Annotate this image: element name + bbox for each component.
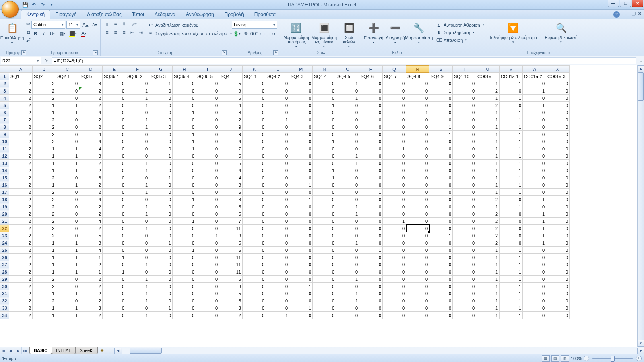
cell[interactable]: 0 bbox=[313, 109, 336, 116]
cell[interactable]: 2 bbox=[9, 131, 33, 138]
cell[interactable]: 0 bbox=[383, 261, 406, 268]
cell[interactable]: 2 bbox=[33, 80, 56, 87]
cell[interactable]: 0 bbox=[453, 254, 476, 261]
cell[interactable]: 0 bbox=[289, 123, 313, 131]
cell[interactable]: 0 bbox=[173, 210, 196, 218]
cell[interactable]: 0 bbox=[243, 152, 266, 160]
cell[interactable]: 1 bbox=[500, 261, 523, 268]
cell[interactable]: 0 bbox=[359, 95, 383, 102]
cell[interactable]: SQ2-1 bbox=[56, 73, 79, 80]
cell[interactable]: 0 bbox=[266, 261, 289, 268]
cell[interactable]: 0 bbox=[429, 174, 453, 181]
cell[interactable]: 0 bbox=[196, 312, 219, 319]
cell[interactable]: 1 bbox=[500, 160, 523, 167]
cell[interactable]: 0 bbox=[196, 290, 219, 297]
cell[interactable]: 0 bbox=[173, 239, 196, 247]
scroll-thumb[interactable] bbox=[638, 72, 644, 101]
fill-button[interactable]: ⬇Συμπλήρωση▾ bbox=[436, 29, 484, 36]
cell[interactable]: 0 bbox=[149, 181, 173, 189]
cell[interactable]: 0 bbox=[383, 80, 406, 87]
cell[interactable]: 0 bbox=[289, 225, 313, 232]
cell[interactable]: 0 bbox=[103, 160, 126, 167]
cell[interactable]: 0 bbox=[103, 174, 126, 181]
cell[interactable]: 0 bbox=[359, 290, 383, 297]
cell[interactable]: 1 bbox=[500, 152, 523, 160]
ribbon-tab-1[interactable]: Εισαγωγή bbox=[50, 10, 82, 19]
cell[interactable]: 0 bbox=[266, 160, 289, 167]
cell[interactable]: 1 bbox=[476, 261, 500, 268]
cell[interactable]: 0 bbox=[429, 247, 453, 254]
cell[interactable]: 0 bbox=[359, 261, 383, 268]
cell[interactable]: 0 bbox=[196, 218, 219, 225]
cell[interactable]: 0 bbox=[406, 247, 429, 254]
cell[interactable]: 0 bbox=[103, 181, 126, 189]
cell[interactable]: 0 bbox=[266, 297, 289, 304]
cell[interactable]: 0 bbox=[429, 239, 453, 247]
cell[interactable]: 0 bbox=[126, 109, 149, 116]
find-select-button[interactable]: 🔍Εύρεση & επιλογή▾ bbox=[542, 21, 580, 45]
cell[interactable]: 1 bbox=[149, 174, 173, 181]
cell[interactable]: 0 bbox=[289, 167, 313, 174]
cell[interactable]: 1 bbox=[149, 304, 173, 312]
cell[interactable]: 5 bbox=[219, 290, 243, 297]
cell[interactable]: 1 bbox=[336, 95, 359, 102]
ribbon-tab-5[interactable]: Αναθεώρηση bbox=[181, 10, 219, 19]
col-header[interactable]: I bbox=[196, 66, 219, 73]
cell[interactable]: 0 bbox=[429, 268, 453, 276]
cell[interactable]: 0 bbox=[546, 283, 570, 290]
cell[interactable]: 0 bbox=[406, 304, 429, 312]
cell[interactable]: 2 bbox=[79, 283, 103, 290]
col-header[interactable]: T bbox=[453, 66, 476, 73]
cell[interactable]: 0 bbox=[546, 138, 570, 145]
cell[interactable]: SQ4-10 bbox=[453, 73, 476, 80]
cell[interactable]: 5 bbox=[219, 95, 243, 102]
cell[interactable]: 0 bbox=[103, 123, 126, 131]
row-header[interactable]: 5 bbox=[0, 102, 9, 109]
cell[interactable]: 0 bbox=[149, 283, 173, 290]
cell[interactable]: 0 bbox=[453, 304, 476, 312]
cell[interactable]: 0 bbox=[173, 189, 196, 196]
cell[interactable]: 0 bbox=[500, 239, 523, 247]
cell[interactable]: 0 bbox=[173, 225, 196, 232]
cell[interactable]: 0 bbox=[500, 232, 523, 239]
spreadsheet-grid[interactable]: ABCDEFGHIJKLMNOPQRSTUVWX1SQ1SQ2SQ2-1SQ3b… bbox=[0, 65, 570, 319]
cell[interactable]: 1 bbox=[126, 225, 149, 232]
cell[interactable]: 0 bbox=[406, 210, 429, 218]
cell[interactable]: 1 bbox=[289, 181, 313, 189]
cell[interactable]: 0 bbox=[56, 95, 79, 102]
cell[interactable]: 0 bbox=[429, 203, 453, 210]
cell[interactable]: 0 bbox=[243, 102, 266, 109]
cell[interactable]: 0 bbox=[336, 254, 359, 261]
cell[interactable]: 0 bbox=[359, 145, 383, 152]
row-header[interactable]: 30 bbox=[0, 283, 9, 290]
cell[interactable]: 0 bbox=[406, 145, 429, 152]
cell[interactable]: 0 bbox=[243, 196, 266, 203]
cell[interactable]: 0 bbox=[453, 189, 476, 196]
cell[interactable]: 2 bbox=[9, 232, 33, 239]
cell[interactable]: 2 bbox=[33, 276, 56, 283]
cell[interactable]: SQ3b-1 bbox=[103, 73, 126, 80]
cell-styles-button[interactable]: 🔲Στυλ κελιών▾ bbox=[339, 21, 359, 49]
minimize-button[interactable]: — bbox=[608, 0, 619, 7]
paste-button[interactable]: 📋 Επικόλληση ▾ bbox=[2, 21, 22, 46]
cell[interactable]: 4 bbox=[219, 138, 243, 145]
cell[interactable]: 0 bbox=[243, 189, 266, 196]
cell[interactable]: 0 bbox=[149, 297, 173, 304]
cell[interactable]: 1 bbox=[500, 123, 523, 131]
cell[interactable]: 0 bbox=[383, 167, 406, 174]
row-header[interactable]: 7 bbox=[0, 116, 9, 123]
cell[interactable]: 2 bbox=[33, 138, 56, 145]
cell[interactable]: 0 bbox=[500, 196, 523, 203]
cell[interactable]: 11 bbox=[219, 254, 243, 261]
cell[interactable]: 1 bbox=[500, 181, 523, 189]
cell[interactable]: 2 bbox=[9, 218, 33, 225]
cell[interactable]: 0 bbox=[523, 290, 546, 297]
cell[interactable]: 0 bbox=[500, 218, 523, 225]
cell[interactable]: 0 bbox=[149, 138, 173, 145]
cell[interactable]: 1 bbox=[56, 239, 79, 247]
cell[interactable]: 1 bbox=[173, 131, 196, 138]
cell[interactable]: 1 bbox=[33, 312, 56, 319]
cell[interactable]: 1 bbox=[173, 247, 196, 254]
cell[interactable]: 0 bbox=[196, 80, 219, 87]
cell[interactable]: 0 bbox=[243, 210, 266, 218]
